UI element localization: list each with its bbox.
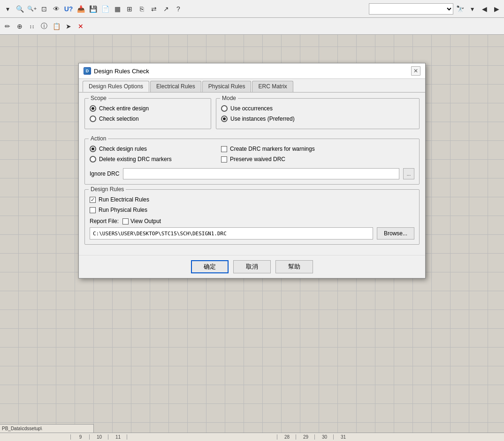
doc-icon[interactable]: 📄 — [99, 3, 111, 15]
pencil-icon[interactable]: ✏ — [2, 21, 13, 32]
info-icon[interactable]: U? — [63, 3, 74, 15]
radio-label-check-rules: Check design rules — [99, 146, 147, 152]
main-area: 9 10 11 28 29 30 31 PB_Data\cdssetup\ D — [0, 35, 504, 441]
design-rules-group: Design Rules Run Electrical Rules Run Ph… — [84, 189, 420, 245]
radio-use-instances[interactable]: Use instances (Preferred) — [221, 116, 414, 122]
save-icon[interactable]: 💾 — [87, 3, 99, 15]
dialog-title: Design Rules Check — [94, 68, 149, 75]
dialog-close-button[interactable]: ✕ — [411, 66, 420, 76]
radio-label-entire: Check entire design — [99, 105, 149, 112]
radio-circle-selection — [90, 116, 96, 122]
back-icon[interactable]: ◀ — [479, 3, 490, 15]
dialog-icon: D — [84, 67, 91, 75]
checkbox-label-create-drc: Create DRC markers for warnings — [230, 146, 315, 152]
toolbar-dropdown-arrow[interactable]: ▾ — [2, 3, 13, 15]
tab-electrical-rules[interactable]: Electrical Rules — [150, 81, 201, 92]
import-icon[interactable]: 📥 — [75, 3, 86, 15]
radio-label-instances: Use instances (Preferred) — [230, 116, 295, 122]
tab-design-rules-options[interactable]: Design Rules Options — [83, 81, 149, 92]
radio-check-selection[interactable]: Check selection — [90, 116, 206, 122]
radio-label-occurrences: Use occurrences — [230, 105, 273, 112]
radio-circle-instances — [221, 116, 228, 122]
checkbox-box-physical — [90, 207, 96, 213]
info2-icon[interactable]: ⓘ — [38, 21, 50, 32]
dialog-titlebar: D Design Rules Check ✕ — [79, 63, 425, 79]
ignore-drc-row: Ignore DRC ... — [90, 168, 414, 179]
report-path-input[interactable] — [90, 227, 373, 240]
dialog-overlay: D Design Rules Check ✕ Design Rules Opti… — [0, 35, 504, 441]
radio-circle-delete-markers — [90, 156, 96, 162]
grid-icon[interactable]: ▦ — [112, 3, 123, 15]
checkbox-view-output[interactable]: View Output — [122, 218, 161, 224]
checkbox-box-view-output — [122, 218, 129, 224]
checkbox-run-physical[interactable]: Run Physical Rules — [90, 207, 414, 213]
tab-erc-matrix[interactable]: ERC Matrix — [252, 81, 293, 92]
checkbox-label-electrical: Run Electrical Rules — [99, 196, 149, 203]
mode-group: Mode Use occurrences Use instances (Pref… — [216, 98, 420, 129]
forward-icon[interactable]: ▶ — [491, 3, 502, 15]
dialog-design-rules-check: D Design Rules Check ✕ Design Rules Opti… — [78, 63, 426, 279]
design-rules-legend: Design Rules — [89, 186, 126, 193]
checkbox-box-electrical — [90, 197, 96, 203]
ignore-drc-browse-button[interactable]: ... — [403, 168, 414, 179]
arrow-icon[interactable]: ➤ — [63, 21, 74, 32]
help-icon[interactable]: ? — [173, 3, 184, 15]
zoom-fit-icon[interactable]: ⊡ — [38, 3, 50, 15]
cancel-button[interactable]: 取消 — [233, 260, 271, 273]
radio-check-entire-design[interactable]: Check entire design — [90, 105, 206, 112]
zoom-out-icon[interactable]: 🔍 — [14, 3, 25, 15]
checkbox-label-preserve: Preserve waived DRC — [230, 156, 285, 162]
table-icon[interactable]: ⊞ — [124, 3, 135, 15]
ignore-drc-input[interactable] — [123, 168, 399, 179]
radio-circle-occurrences — [221, 105, 228, 112]
symbol-icon[interactable]: ⊕ — [14, 21, 25, 32]
confirm-button[interactable]: 确定 — [191, 260, 229, 273]
wire-icon[interactable]: ↕↕ — [26, 21, 38, 32]
radio-delete-drc-markers[interactable]: Delete existing DRC markers — [90, 156, 212, 162]
checkbox-box-preserve — [221, 156, 227, 162]
ignore-drc-label: Ignore DRC — [90, 170, 119, 177]
zoom-in-icon[interactable]: 🔍+ — [26, 3, 38, 15]
scope-group: Scope Check entire design Check selectio… — [84, 98, 211, 129]
route-icon[interactable]: ↗ — [160, 3, 172, 15]
toolbar-second: ✏ ⊕ ↕↕ ⓘ 📋 ➤ ✕ — [0, 18, 504, 35]
copy-icon[interactable]: ⎘ — [136, 3, 147, 15]
report-path-row: Browse... — [90, 227, 414, 240]
browse-button[interactable]: Browse... — [377, 227, 414, 240]
action-legend: Action — [89, 135, 108, 142]
checkbox-run-electrical[interactable]: Run Electrical Rules — [90, 196, 414, 203]
toolbar-top: ▾ 🔍 🔍+ ⊡ 👁 U? 📥 💾 📄 ▦ ⊞ ⎘ ⇄ ↗ ? 🔭 ▾ ◀ ▶ — [0, 0, 504, 18]
nav-icon[interactable]: ⇄ — [148, 3, 160, 15]
paste-icon[interactable]: 📋 — [51, 21, 62, 32]
checkbox-label-view-output: View Output — [130, 218, 161, 224]
checkbox-create-drc-markers[interactable]: Create DRC markers for warnings — [221, 146, 414, 152]
radio-label-delete-markers: Delete existing DRC markers — [99, 156, 172, 162]
dialog-tabs: Design Rules Options Electrical Rules Ph… — [79, 79, 425, 93]
radio-label-selection: Check selection — [99, 116, 139, 122]
dialog-title-left: D Design Rules Check — [84, 67, 149, 75]
schematic-background: 9 10 11 28 29 30 31 PB_Data\cdssetup\ D — [0, 35, 504, 441]
scope-mode-row: Scope Check entire design Check selectio… — [84, 98, 420, 134]
checkbox-label-physical: Run Physical Rules — [99, 207, 147, 213]
radio-check-design-rules[interactable]: Check design rules — [90, 146, 212, 152]
radio-circle-check-rules — [90, 146, 96, 152]
action-group: Action Check design rules Delete existin… — [84, 139, 420, 185]
action-right: Create DRC markers for warnings Preserve… — [221, 142, 414, 164]
delete-icon[interactable]: ✕ — [75, 21, 86, 32]
dialog-body: Scope Check entire design Check selectio… — [79, 93, 425, 255]
tab-physical-rules[interactable]: Physical Rules — [202, 81, 252, 92]
radio-circle-entire — [90, 105, 96, 112]
mode-legend: Mode — [220, 95, 238, 101]
toolbar-dropdown[interactable] — [369, 3, 453, 15]
action-left: Check design rules Delete existing DRC m… — [90, 142, 212, 164]
scope-legend: Scope — [89, 95, 108, 101]
dialog-footer: 确定 取消 幫助 — [79, 255, 425, 278]
binoculars-icon[interactable]: 🔭 — [454, 3, 466, 15]
dropdown-btn[interactable]: ▾ — [466, 3, 478, 15]
eye-icon[interactable]: 👁 — [51, 3, 62, 15]
checkbox-preserve-waived[interactable]: Preserve waived DRC — [221, 156, 414, 162]
report-file-row: Report File: View Output — [90, 218, 414, 224]
checkbox-box-create-drc — [221, 146, 227, 152]
help-button[interactable]: 幫助 — [275, 260, 313, 273]
radio-use-occurrences[interactable]: Use occurrences — [221, 105, 414, 112]
